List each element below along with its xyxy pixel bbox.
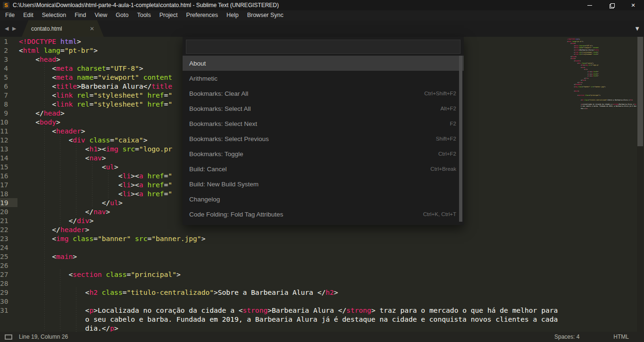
line-number: 11 bbox=[0, 126, 17, 135]
palette-item-label: Bookmarks: Select Previous bbox=[189, 135, 269, 142]
restore-button[interactable] bbox=[601, 0, 622, 10]
status-syntax-mode[interactable]: HTML bbox=[613, 334, 629, 340]
palette-item-bookmarks-toggle[interactable]: Bookmarks: ToggleCtrl+F2 bbox=[183, 146, 464, 161]
code-line[interactable]: 28 bbox=[0, 279, 644, 288]
command-palette: AboutArithmeticBookmarks: Clear AllCtrl+… bbox=[183, 37, 464, 225]
palette-item-label: Bookmarks: Clear All bbox=[189, 90, 248, 97]
palette-item-about[interactable]: About bbox=[183, 56, 464, 71]
indent-guide bbox=[92, 162, 92, 207]
palette-item-build-new-build-system[interactable]: Build: New Build System bbox=[183, 176, 464, 192]
menu-edit[interactable]: Edit bbox=[19, 10, 38, 20]
palette-item-label: Bookmarks: Select All bbox=[189, 105, 251, 112]
menu-file[interactable]: File bbox=[1, 10, 19, 20]
palette-item-bookmarks-select-next[interactable]: Bookmarks: Select NextF2 bbox=[183, 116, 464, 131]
line-number: 5 bbox=[0, 73, 17, 82]
status-indent-setting[interactable]: Spaces: 4 bbox=[554, 334, 579, 340]
line-number: 7 bbox=[0, 91, 17, 100]
palette-item-label: Arithmetic bbox=[189, 75, 217, 82]
line-number: 4 bbox=[0, 64, 17, 73]
line-number: 20 bbox=[0, 207, 17, 216]
palette-item-label: Build: New Build System bbox=[189, 181, 259, 188]
editor-scrollbar[interactable] bbox=[637, 37, 644, 332]
line-number: 22 bbox=[0, 225, 17, 234]
close-icon: ✕ bbox=[631, 2, 635, 8]
menu-find[interactable]: Find bbox=[70, 10, 90, 20]
minimap[interactable]: 1<!DOCTYPE html>2<html lang="pt-br">3 <h… bbox=[566, 37, 636, 332]
line-number: 10 bbox=[0, 117, 17, 126]
menu-tools[interactable]: Tools bbox=[133, 10, 155, 20]
indent-guide bbox=[60, 135, 60, 225]
code-line[interactable]: 23 <img class="banner" src="banner.jpg"> bbox=[0, 234, 644, 243]
palette-item-label: Bookmarks: Select Next bbox=[189, 120, 257, 127]
menu-preferences[interactable]: Preferences bbox=[182, 10, 222, 20]
menu-browser-sync[interactable]: Browser Sync bbox=[243, 10, 288, 20]
line-number: 1 bbox=[0, 37, 17, 46]
indent-guide bbox=[44, 126, 45, 332]
minimap-line: 29 <h2 class="titulo-centralizado">Sobre… bbox=[566, 99, 636, 101]
title-bar: S C:\Users\Monica\Downloads\html-parte-4… bbox=[0, 0, 644, 10]
line-number: 18 bbox=[0, 189, 17, 198]
line-number: 6 bbox=[0, 82, 17, 91]
window-title: C:\Users\Monica\Downloads\html-parte-4-a… bbox=[13, 2, 279, 8]
line-number: 8 bbox=[0, 100, 17, 108]
status-cursor-position: Line 19, Column 26 bbox=[19, 334, 68, 340]
palette-item-shortcut: Ctrl+F2 bbox=[438, 151, 456, 157]
palette-item-changelog[interactable]: Changelog bbox=[183, 192, 464, 207]
palette-item-shortcut: F2 bbox=[450, 121, 456, 126]
code-line[interactable]: 24 bbox=[0, 243, 644, 252]
tab-scroll-left-icon[interactable]: ◀ bbox=[5, 25, 8, 32]
palette-item-bookmarks-select-previous[interactable]: Bookmarks: Select PreviousShift+F2 bbox=[183, 131, 464, 146]
command-palette-input[interactable] bbox=[186, 40, 460, 54]
line-number: 28 bbox=[0, 279, 17, 288]
line-number: 31 bbox=[0, 306, 17, 315]
palette-item-bookmarks-select-all[interactable]: Bookmarks: Select AllAlt+F2 bbox=[183, 101, 464, 116]
tab-overflow-icon[interactable]: ▼ bbox=[634, 25, 640, 32]
code-line[interactable]: 31 <p>Localizada no coração da cidade a … bbox=[0, 306, 644, 315]
code-line[interactable]: dia.</p> bbox=[0, 324, 644, 332]
close-button[interactable]: ✕ bbox=[622, 0, 644, 10]
line-number: 13 bbox=[0, 144, 17, 153]
code-line[interactable]: 29 <h2 class="titulo-centralizado">Sobre… bbox=[0, 288, 644, 297]
palette-item-build-cancel[interactable]: Build: CancelCtrl+Break bbox=[183, 161, 464, 176]
line-number: 26 bbox=[0, 261, 17, 270]
command-palette-scrollbar[interactable] bbox=[459, 56, 462, 222]
tab-contato-html[interactable]: contato.html ✕ bbox=[22, 20, 104, 37]
palette-item-code-folding-fold-tag-attributes[interactable]: Code Folding: Fold Tag AttributesCtrl+K,… bbox=[183, 207, 464, 222]
minimap-line: dia.</p> bbox=[566, 108, 636, 110]
palette-item-label: Build: Cancel bbox=[189, 166, 227, 173]
line-number: 30 bbox=[0, 297, 17, 306]
minimize-icon bbox=[587, 5, 592, 6]
code-line[interactable]: 22 </header> bbox=[0, 225, 644, 234]
code-line[interactable]: 30 bbox=[0, 297, 644, 306]
menu-goto[interactable]: Goto bbox=[111, 10, 133, 20]
menu-view[interactable]: View bbox=[90, 10, 111, 20]
indent-guide bbox=[76, 144, 76, 216]
line-number: 24 bbox=[0, 243, 17, 252]
palette-item-bookmarks-clear-all[interactable]: Bookmarks: Clear AllCtrl+Shift+F2 bbox=[183, 86, 464, 101]
code-line[interactable]: 26 bbox=[0, 261, 644, 270]
minimize-button[interactable] bbox=[579, 0, 601, 10]
line-number: 17 bbox=[0, 180, 17, 189]
editor-scrollbar-thumb[interactable] bbox=[637, 37, 643, 146]
menu-project[interactable]: Project bbox=[155, 10, 182, 20]
vcs-panel-icon[interactable] bbox=[5, 334, 12, 340]
tab-bar: ◀ ▶ contato.html ✕ ▼ bbox=[0, 20, 644, 37]
command-palette-list: AboutArithmeticBookmarks: Clear AllCtrl+… bbox=[183, 56, 464, 222]
indent-guide bbox=[108, 171, 109, 198]
menu-help[interactable]: Help bbox=[222, 10, 243, 20]
indent-guide bbox=[60, 270, 60, 332]
palette-item-shortcut: Shift+F2 bbox=[436, 136, 456, 142]
palette-item-shortcut: Alt+F2 bbox=[440, 106, 456, 111]
menu-selection[interactable]: Selection bbox=[38, 10, 70, 20]
code-line[interactable]: 27 <section class="principal"> bbox=[0, 270, 644, 279]
line-number: 9 bbox=[0, 108, 17, 117]
palette-item-arithmetic[interactable]: Arithmetic bbox=[183, 71, 464, 86]
palette-item-label: Changelog bbox=[189, 196, 220, 203]
tab-scroll-right-icon[interactable]: ▶ bbox=[12, 25, 16, 32]
line-number: 21 bbox=[0, 216, 17, 225]
line-number: 14 bbox=[0, 153, 17, 162]
tab-close-icon[interactable]: ✕ bbox=[90, 25, 104, 32]
code-line[interactable]: 25 <main> bbox=[0, 252, 644, 261]
palette-item-label: About bbox=[189, 60, 206, 67]
code-line[interactable]: o seu cabelo e barba. Fundada em 2019, a… bbox=[0, 315, 644, 324]
